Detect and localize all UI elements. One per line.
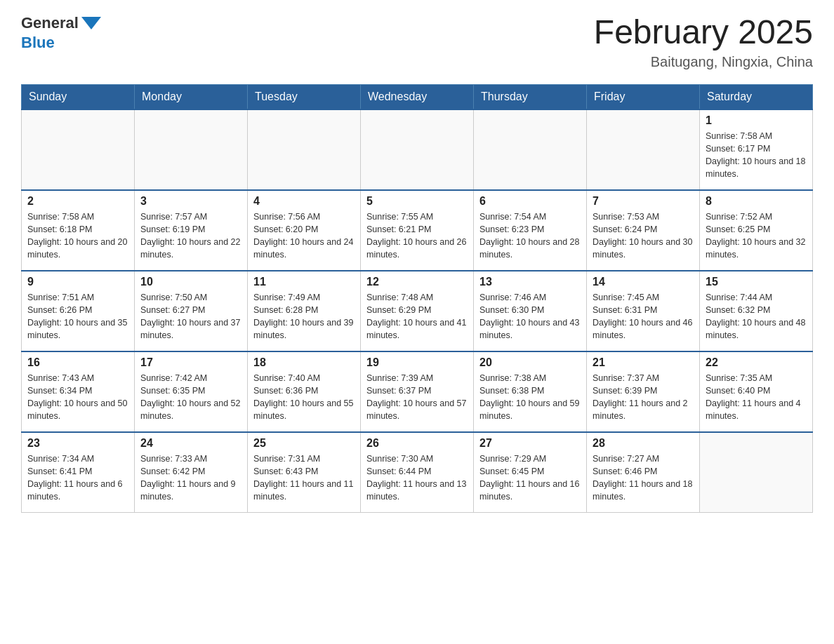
calendar-cell: 26Sunrise: 7:30 AMSunset: 6:44 PMDayligh…	[361, 432, 474, 513]
day-number: 2	[27, 195, 128, 208]
day-number: 14	[593, 276, 694, 288]
day-info: Sunrise: 7:57 AMSunset: 6:19 PMDaylight:…	[140, 210, 241, 262]
day-info: Sunrise: 7:58 AMSunset: 6:18 PMDaylight:…	[27, 210, 128, 262]
calendar-cell: 8Sunrise: 7:52 AMSunset: 6:25 PMDaylight…	[700, 190, 813, 271]
calendar-cell: 27Sunrise: 7:29 AMSunset: 6:45 PMDayligh…	[474, 432, 587, 513]
calendar-cell	[587, 109, 700, 190]
day-info: Sunrise: 7:37 AMSunset: 6:39 PMDaylight:…	[593, 372, 694, 423]
logo-arrow-icon	[81, 17, 101, 29]
calendar-cell: 4Sunrise: 7:56 AMSunset: 6:20 PMDaylight…	[248, 190, 361, 271]
day-number: 19	[366, 356, 468, 369]
day-info: Sunrise: 7:27 AMSunset: 6:46 PMDaylight:…	[593, 452, 694, 504]
calendar-cell: 1Sunrise: 7:58 AMSunset: 6:17 PMDaylight…	[700, 109, 813, 190]
calendar-header-row: SundayMondayTuesdayWednesdayThursdayFrid…	[22, 84, 813, 109]
calendar-cell: 20Sunrise: 7:38 AMSunset: 6:38 PMDayligh…	[474, 351, 587, 432]
day-header-friday: Friday	[587, 84, 700, 109]
calendar-cell: 3Sunrise: 7:57 AMSunset: 6:19 PMDaylight…	[135, 190, 248, 271]
day-number: 22	[706, 356, 807, 369]
day-header-wednesday: Wednesday	[361, 84, 474, 109]
day-number: 4	[253, 195, 355, 208]
month-title: February 2025	[594, 14, 813, 51]
day-info: Sunrise: 7:54 AMSunset: 6:23 PMDaylight:…	[479, 210, 581, 262]
day-number: 21	[593, 356, 694, 369]
calendar-cell: 21Sunrise: 7:37 AMSunset: 6:39 PMDayligh…	[587, 351, 700, 432]
logo-general-text: General	[21, 14, 79, 32]
calendar-cell: 23Sunrise: 7:34 AMSunset: 6:41 PMDayligh…	[22, 432, 135, 513]
day-header-tuesday: Tuesday	[248, 84, 361, 109]
location-text: Baitugang, Ningxia, China	[594, 54, 813, 70]
day-header-saturday: Saturday	[700, 84, 813, 109]
day-number: 6	[479, 195, 581, 208]
day-info: Sunrise: 7:43 AMSunset: 6:34 PMDaylight:…	[27, 372, 128, 423]
calendar-cell: 14Sunrise: 7:45 AMSunset: 6:31 PMDayligh…	[587, 271, 700, 351]
calendar-cell: 5Sunrise: 7:55 AMSunset: 6:21 PMDaylight…	[361, 190, 474, 271]
day-number: 8	[706, 195, 807, 208]
calendar-cell: 18Sunrise: 7:40 AMSunset: 6:36 PMDayligh…	[248, 351, 361, 432]
day-header-monday: Monday	[135, 84, 248, 109]
day-info: Sunrise: 7:51 AMSunset: 6:26 PMDaylight:…	[27, 291, 128, 342]
day-info: Sunrise: 7:44 AMSunset: 6:32 PMDaylight:…	[706, 291, 807, 342]
day-number: 28	[593, 437, 694, 450]
day-info: Sunrise: 7:53 AMSunset: 6:24 PMDaylight:…	[593, 210, 694, 262]
day-number: 16	[27, 356, 128, 369]
day-number: 15	[706, 276, 807, 288]
logo: General Blue	[21, 14, 101, 52]
day-header-sunday: Sunday	[22, 84, 135, 109]
week-row-4: 16Sunrise: 7:43 AMSunset: 6:34 PMDayligh…	[22, 351, 813, 432]
logo-blue-text: Blue	[21, 34, 55, 52]
calendar-cell	[700, 432, 813, 513]
calendar-cell: 28Sunrise: 7:27 AMSunset: 6:46 PMDayligh…	[587, 432, 700, 513]
day-info: Sunrise: 7:31 AMSunset: 6:43 PMDaylight:…	[253, 452, 355, 504]
calendar-cell: 9Sunrise: 7:51 AMSunset: 6:26 PMDaylight…	[22, 271, 135, 351]
day-info: Sunrise: 7:42 AMSunset: 6:35 PMDaylight:…	[140, 372, 241, 423]
day-info: Sunrise: 7:58 AMSunset: 6:17 PMDaylight:…	[706, 130, 807, 181]
calendar-cell: 10Sunrise: 7:50 AMSunset: 6:27 PMDayligh…	[135, 271, 248, 351]
day-number: 10	[140, 276, 241, 288]
day-info: Sunrise: 7:39 AMSunset: 6:37 PMDaylight:…	[366, 372, 468, 423]
day-number: 7	[593, 195, 694, 208]
day-info: Sunrise: 7:55 AMSunset: 6:21 PMDaylight:…	[366, 210, 468, 262]
day-number: 23	[27, 437, 128, 450]
week-row-1: 1Sunrise: 7:58 AMSunset: 6:17 PMDaylight…	[22, 109, 813, 190]
calendar-cell: 15Sunrise: 7:44 AMSunset: 6:32 PMDayligh…	[700, 271, 813, 351]
calendar-cell: 22Sunrise: 7:35 AMSunset: 6:40 PMDayligh…	[700, 351, 813, 432]
day-number: 27	[479, 437, 581, 450]
calendar-cell	[361, 109, 474, 190]
day-number: 26	[366, 437, 468, 450]
day-info: Sunrise: 7:30 AMSunset: 6:44 PMDaylight:…	[366, 452, 468, 504]
day-number: 25	[253, 437, 355, 450]
calendar-cell	[135, 109, 248, 190]
page-header: General Blue February 2025 Baitugang, Ni…	[21, 14, 813, 70]
day-info: Sunrise: 7:56 AMSunset: 6:20 PMDaylight:…	[253, 210, 355, 262]
calendar-cell	[474, 109, 587, 190]
calendar-cell: 24Sunrise: 7:33 AMSunset: 6:42 PMDayligh…	[135, 432, 248, 513]
day-info: Sunrise: 7:50 AMSunset: 6:27 PMDaylight:…	[140, 291, 241, 342]
day-info: Sunrise: 7:45 AMSunset: 6:31 PMDaylight:…	[593, 291, 694, 342]
calendar-cell: 2Sunrise: 7:58 AMSunset: 6:18 PMDaylight…	[22, 190, 135, 271]
day-info: Sunrise: 7:46 AMSunset: 6:30 PMDaylight:…	[479, 291, 581, 342]
day-number: 17	[140, 356, 241, 369]
day-info: Sunrise: 7:34 AMSunset: 6:41 PMDaylight:…	[27, 452, 128, 504]
day-info: Sunrise: 7:40 AMSunset: 6:36 PMDaylight:…	[253, 372, 355, 423]
calendar-cell: 17Sunrise: 7:42 AMSunset: 6:35 PMDayligh…	[135, 351, 248, 432]
day-number: 13	[479, 276, 581, 288]
calendar-cell	[248, 109, 361, 190]
day-number: 18	[253, 356, 355, 369]
calendar-cell: 16Sunrise: 7:43 AMSunset: 6:34 PMDayligh…	[22, 351, 135, 432]
calendar-cell: 7Sunrise: 7:53 AMSunset: 6:24 PMDaylight…	[587, 190, 700, 271]
calendar-cell: 12Sunrise: 7:48 AMSunset: 6:29 PMDayligh…	[361, 271, 474, 351]
calendar-cell: 6Sunrise: 7:54 AMSunset: 6:23 PMDaylight…	[474, 190, 587, 271]
day-number: 1	[706, 114, 807, 127]
day-info: Sunrise: 7:38 AMSunset: 6:38 PMDaylight:…	[479, 372, 581, 423]
day-info: Sunrise: 7:48 AMSunset: 6:29 PMDaylight:…	[366, 291, 468, 342]
day-number: 11	[253, 276, 355, 288]
day-number: 9	[27, 276, 128, 288]
calendar-cell: 11Sunrise: 7:49 AMSunset: 6:28 PMDayligh…	[248, 271, 361, 351]
day-number: 24	[140, 437, 241, 450]
day-info: Sunrise: 7:29 AMSunset: 6:45 PMDaylight:…	[479, 452, 581, 504]
calendar-cell	[22, 109, 135, 190]
day-info: Sunrise: 7:33 AMSunset: 6:42 PMDaylight:…	[140, 452, 241, 504]
week-row-5: 23Sunrise: 7:34 AMSunset: 6:41 PMDayligh…	[22, 432, 813, 513]
calendar-cell: 19Sunrise: 7:39 AMSunset: 6:37 PMDayligh…	[361, 351, 474, 432]
calendar-cell: 13Sunrise: 7:46 AMSunset: 6:30 PMDayligh…	[474, 271, 587, 351]
